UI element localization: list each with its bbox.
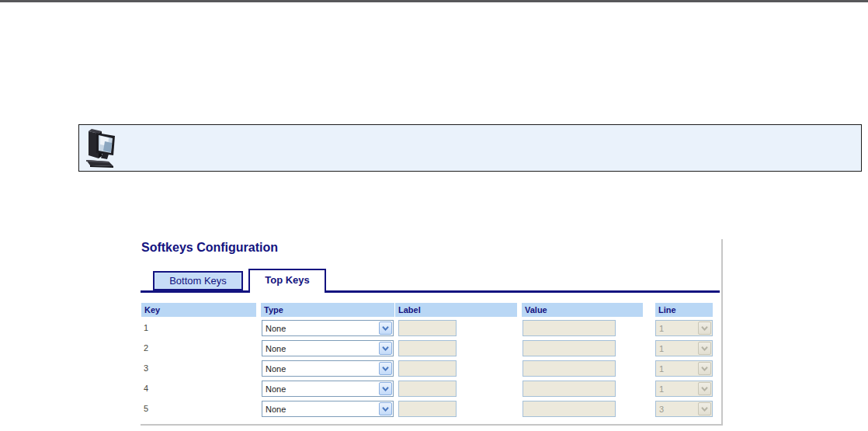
column-header-label: Label — [395, 303, 517, 317]
softkeys-configuration-panel: Softkeys Configuration Bottom Keys Top K… — [141, 239, 723, 426]
line-select[interactable]: 1 — [655, 340, 713, 356]
softkey-row: 4 None 1 — [141, 379, 720, 399]
chevron-down-icon — [379, 322, 392, 335]
softkey-row: 2 None 1 — [141, 339, 720, 359]
type-select-value: None — [266, 364, 286, 374]
tab-top-keys[interactable]: Top Keys — [248, 269, 326, 293]
chevron-down-icon — [379, 362, 392, 375]
line-select[interactable]: 3 — [655, 401, 713, 417]
label-input[interactable] — [398, 360, 457, 377]
chevron-down-icon — [698, 322, 711, 335]
chevron-down-icon — [379, 342, 392, 355]
type-select[interactable]: None — [262, 401, 394, 417]
line-select-value: 1 — [659, 324, 664, 333]
line-select-value: 3 — [659, 405, 664, 414]
key-number: 3 — [144, 363, 148, 373]
line-select-value: 1 — [659, 384, 664, 394]
value-input[interactable] — [523, 401, 616, 417]
computer-monitor-icon — [83, 126, 117, 169]
label-input[interactable] — [398, 381, 457, 397]
label-input[interactable] — [398, 401, 457, 417]
chevron-down-icon — [698, 402, 711, 415]
value-input[interactable] — [523, 360, 616, 377]
column-header-key: Key — [141, 303, 256, 317]
type-select-value: None — [266, 405, 286, 414]
page-title: Softkeys Configuration — [141, 241, 278, 255]
line-select[interactable]: 1 — [655, 360, 713, 377]
tab-underline — [141, 290, 720, 293]
chevron-down-icon — [698, 362, 711, 375]
chevron-down-icon — [698, 382, 711, 395]
type-select[interactable]: None — [262, 381, 394, 397]
line-select[interactable]: 1 — [655, 381, 713, 397]
key-number: 4 — [144, 384, 148, 393]
tab-bottom-keys[interactable]: Bottom Keys — [153, 271, 243, 290]
page-top-rule — [0, 0, 868, 2]
key-number: 5 — [144, 404, 148, 413]
chevron-down-icon — [379, 382, 392, 395]
chevron-down-icon — [379, 402, 392, 415]
line-select-value: 1 — [659, 344, 664, 353]
value-input[interactable] — [523, 340, 616, 356]
key-number: 2 — [144, 343, 148, 353]
type-select[interactable]: None — [262, 320, 394, 336]
label-input[interactable] — [398, 340, 457, 356]
softkey-row: 1 None 1 — [141, 318, 720, 339]
type-select-value: None — [266, 344, 286, 353]
value-input[interactable] — [523, 320, 616, 336]
key-number: 1 — [144, 323, 148, 332]
type-select[interactable]: None — [262, 360, 394, 377]
type-select-value: None — [266, 324, 286, 333]
type-select-value: None — [266, 384, 286, 394]
label-input[interactable] — [398, 320, 457, 336]
type-select[interactable]: None — [262, 340, 394, 356]
softkey-row: 3 None 1 — [141, 359, 720, 379]
softkey-row: 5 None 3 — [141, 399, 720, 419]
chevron-down-icon — [698, 342, 711, 355]
column-header-line: Line — [655, 303, 713, 317]
line-select[interactable]: 1 — [655, 320, 713, 336]
column-header-value: Value — [522, 303, 643, 317]
column-header-type: Type — [261, 303, 394, 317]
line-select-value: 1 — [659, 364, 664, 374]
value-input[interactable] — [523, 381, 616, 397]
note-box — [78, 124, 862, 172]
